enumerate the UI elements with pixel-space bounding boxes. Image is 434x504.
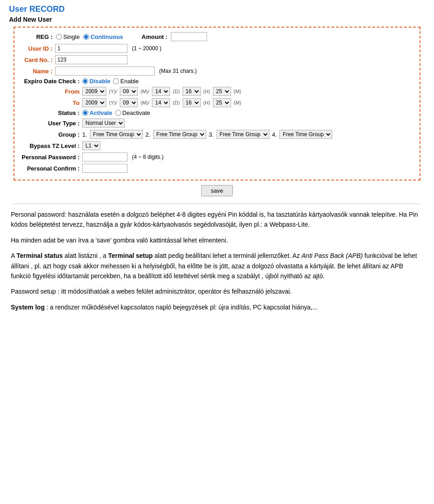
status-deactivate-radio[interactable] xyxy=(115,110,121,116)
para3-prefix: A xyxy=(11,252,16,259)
name-hint: (Max 31 chars.) xyxy=(159,68,197,74)
page-subtitle: Add New User xyxy=(9,16,425,23)
userid-row: User ID : (1 ~ 20000 ) xyxy=(21,44,413,53)
terminal-status-text: Terminal status xyxy=(16,252,62,259)
to-year-select[interactable]: 2009 xyxy=(82,98,106,107)
from-min-select[interactable]: 25 xyxy=(213,87,231,96)
from-label: From xyxy=(21,88,80,95)
to-hour-unit: (H) xyxy=(203,100,210,105)
from-year-unit: (Y)/ xyxy=(109,89,117,94)
expiro-label: Expiro Date Check : xyxy=(21,78,80,85)
reg-continuous-radio[interactable] xyxy=(83,34,89,40)
to-day-select[interactable]: 14 xyxy=(152,98,170,107)
system-log-label: System log xyxy=(11,304,45,311)
expiro-enable-option[interactable]: Enable xyxy=(113,78,138,85)
to-year-unit: (Y)/ xyxy=(109,100,117,105)
reg-row: REG : Single Continuous Amount : 1000 xyxy=(21,32,413,41)
userid-input[interactable] xyxy=(55,44,127,53)
page-title: User RECORD xyxy=(9,5,425,14)
expiro-disable-label: Disable xyxy=(90,78,110,85)
status-deactivate-label: Deactivate xyxy=(123,109,150,116)
status-activate-option[interactable]: Activate xyxy=(82,109,113,116)
group2-select[interactable]: Free Time Group xyxy=(153,130,206,139)
name-row: Name : (Max 31 chars.) xyxy=(21,67,413,76)
save-area: save xyxy=(9,185,425,196)
personal-confirm-row: Personal Confirm : xyxy=(21,164,413,173)
personal-confirm-input[interactable] xyxy=(82,164,127,173)
terminal-setup-text: Terminal setup xyxy=(108,252,153,259)
para2: Ha minden adat be van írva a 'save' gomb… xyxy=(9,235,425,245)
expiro-disable-option[interactable]: Disable xyxy=(82,78,110,85)
expiro-enable-label: Enable xyxy=(120,78,138,85)
from-hour-unit: (H) xyxy=(203,89,210,94)
amount-label: Amount : xyxy=(136,33,167,40)
group3-num: 3. xyxy=(209,131,214,138)
to-month-select[interactable]: 09 xyxy=(120,98,138,107)
cardno-input[interactable] xyxy=(55,55,127,64)
para5-suffix: : a rendszer működésével kapcsolatos nap… xyxy=(45,304,318,311)
reg-label: REG : xyxy=(21,33,52,40)
group2-num: 2. xyxy=(146,131,151,138)
from-month-select[interactable]: 09 xyxy=(120,87,138,96)
from-day-unit: (D) xyxy=(173,89,179,94)
reg-continuous-label: Continuous xyxy=(90,33,123,40)
status-row: Status : Activate Deactivate xyxy=(21,109,413,116)
para3-suffix: alatt pedig beállítani lehet a terminál … xyxy=(153,252,302,259)
to-label: To xyxy=(21,100,80,106)
cardno-row: Card No. : xyxy=(21,55,413,64)
usertype-row: User Type : Normal User xyxy=(21,119,413,128)
to-hour-select[interactable]: 16 xyxy=(183,98,201,107)
reg-single-radio[interactable] xyxy=(56,34,62,40)
to-min-select[interactable]: 25 xyxy=(213,98,231,107)
group1-num: 1. xyxy=(82,131,87,138)
expiro-disable-radio[interactable] xyxy=(82,78,88,84)
userid-hint: (1 ~ 20000 ) xyxy=(132,45,161,52)
to-row: To 2009 (Y)/ 09 (M)/ 14 (D) 16 (H) 25 (M… xyxy=(21,98,413,107)
apb-italic-text: Anti Pass Back (APB) xyxy=(302,252,363,259)
userid-label: User ID : xyxy=(21,45,52,52)
to-month-unit: (M)/ xyxy=(141,100,150,105)
para4: Password setup : itt módosíthatóak a web… xyxy=(9,286,425,296)
separator xyxy=(14,204,420,204)
reg-single-option[interactable]: Single xyxy=(56,33,80,40)
name-label: Name : xyxy=(21,68,52,75)
cardno-label: Card No. : xyxy=(21,57,52,63)
from-year-select[interactable]: 2009 xyxy=(82,87,106,96)
para3: A Terminal status alatt listázni , a Ter… xyxy=(9,251,425,281)
personal-pw-input[interactable] xyxy=(82,152,127,162)
para1: Personal password: használata esetén a d… xyxy=(9,209,425,230)
reg-single-label: Single xyxy=(63,33,80,40)
usertype-label: User Type : xyxy=(21,120,80,127)
to-min-unit: (M) xyxy=(234,100,241,105)
group3-select[interactable]: Free Time Group xyxy=(217,130,269,139)
group-label: Group : xyxy=(21,131,80,138)
status-label: Status : xyxy=(21,109,80,116)
from-day-select[interactable]: 14 xyxy=(152,87,170,96)
status-activate-radio[interactable] xyxy=(82,110,88,116)
expiro-row: Expiro Date Check : Disable Enable xyxy=(21,78,413,85)
from-hour-select[interactable]: 16 xyxy=(183,87,201,96)
bypass-select[interactable]: L1 xyxy=(82,141,100,150)
group-row: Group : 1. Free Time Group 2. Free Time … xyxy=(21,130,413,139)
personal-pw-row: Personal Password : (4 ~ 8 digits.) xyxy=(21,152,413,162)
personal-pw-label: Personal Password : xyxy=(21,154,80,161)
usertype-select[interactable]: Normal User xyxy=(82,119,125,128)
name-input[interactable] xyxy=(55,67,155,76)
para3-mid: alatt listázni , a xyxy=(63,252,108,259)
status-deactivate-option[interactable]: Deactivate xyxy=(115,109,150,116)
form-container: REG : Single Continuous Amount : 1000 Us… xyxy=(14,27,420,181)
para5: System log : a rendszer működésével kapc… xyxy=(9,302,425,312)
personal-confirm-label: Personal Confirm : xyxy=(21,165,80,172)
group1-select[interactable]: Free Time Group xyxy=(90,130,143,139)
from-row: From 2009 (Y)/ 09 (M)/ 14 (D) 16 (H) 25 … xyxy=(21,87,413,96)
amount-input[interactable]: 1000 xyxy=(171,32,207,41)
status-activate-label: Activate xyxy=(90,109,113,116)
reg-continuous-option[interactable]: Continuous xyxy=(83,33,123,40)
group4-select[interactable]: Free Time Group xyxy=(279,130,332,139)
from-month-unit: (M)/ xyxy=(141,89,150,94)
to-day-unit: (D) xyxy=(173,100,179,105)
personal-pw-hint: (4 ~ 8 digits.) xyxy=(132,154,164,160)
group4-num: 4. xyxy=(272,131,277,138)
expiro-enable-radio[interactable] xyxy=(113,78,119,84)
save-button[interactable]: save xyxy=(201,185,232,196)
